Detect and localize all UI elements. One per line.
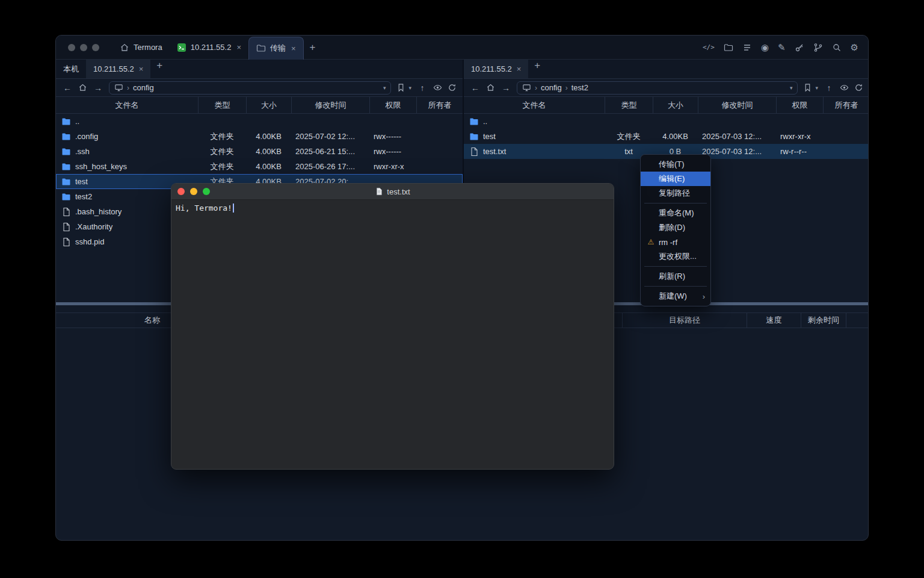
- refresh-icon[interactable]: [854, 83, 863, 92]
- transfer-column-target[interactable]: 目标路径: [622, 313, 747, 328]
- close-icon[interactable]: ×: [291, 44, 296, 53]
- close-icon[interactable]: ×: [236, 43, 241, 52]
- refresh-icon[interactable]: [448, 83, 457, 92]
- editor-titlebar: test.txt: [171, 184, 614, 200]
- menu-item-copy-path[interactable]: 复制路径: [641, 186, 710, 200]
- path-segment[interactable]: config: [133, 83, 154, 92]
- maximize-window-button[interactable]: [92, 44, 99, 51]
- menu-item-new[interactable]: 新建(W) ›: [641, 289, 710, 303]
- table-row[interactable]: .ssh 文件夹4.00KB2025-06-21 15:...rwx------: [56, 144, 463, 159]
- minimize-window-button[interactable]: [190, 188, 197, 195]
- log-icon[interactable]: [742, 43, 752, 52]
- forward-button[interactable]: →: [93, 83, 103, 93]
- path-segment[interactable]: config: [541, 83, 562, 92]
- menu-separator: [644, 266, 707, 267]
- document-icon: [375, 187, 383, 196]
- path-segment[interactable]: test2: [571, 83, 588, 92]
- settings-gear-icon[interactable]: ⚙: [851, 43, 858, 52]
- computer-icon: [114, 83, 123, 92]
- table-row[interactable]: .config 文件夹4.00KB2025-07-02 12:...rwx---…: [56, 129, 463, 144]
- column-header-type[interactable]: 类型: [198, 97, 246, 113]
- forward-button[interactable]: →: [500, 83, 511, 93]
- column-header-type[interactable]: 类型: [605, 97, 653, 113]
- home-button[interactable]: [486, 83, 495, 92]
- show-hidden-eye-icon[interactable]: [840, 83, 849, 92]
- main-tabs: Termora 10.211.55.2 × 传输 × +: [112, 36, 322, 59]
- path-breadcrumb[interactable]: › config › test2 ▾: [517, 81, 798, 95]
- menu-item-rename[interactable]: 重命名(M): [641, 206, 710, 220]
- column-header-modified[interactable]: 修改时间: [291, 97, 369, 113]
- code-snippets-icon[interactable]: </>: [703, 43, 715, 51]
- tab-label: 10.211.55.2: [471, 64, 512, 73]
- folder-icon[interactable]: [724, 43, 733, 52]
- table-row[interactable]: ..: [56, 114, 463, 129]
- bookmark-icon[interactable]: [803, 83, 812, 92]
- column-header-perm[interactable]: 权限: [369, 97, 416, 113]
- editor-content[interactable]: Hi, Termora!: [171, 200, 614, 216]
- transfer-column-remaining[interactable]: 剩余时间: [801, 313, 846, 328]
- menu-item-delete[interactable]: 删除(D): [641, 220, 710, 235]
- tab-remote-host[interactable]: 10.211.55.2 ×: [464, 60, 528, 78]
- new-tab-button[interactable]: +: [304, 42, 322, 54]
- tab-label: 本机: [63, 64, 79, 75]
- folder-icon: [61, 132, 71, 141]
- tab-host-session[interactable]: 10.211.55.2 ×: [170, 36, 248, 59]
- home-button[interactable]: [78, 83, 87, 92]
- file-icon: [61, 222, 71, 232]
- back-button[interactable]: ←: [62, 83, 73, 93]
- edit-icon[interactable]: ✎: [778, 43, 786, 52]
- bookmark-icon[interactable]: [396, 83, 405, 92]
- menu-item-rm-rf[interactable]: ⚠ rm -rf: [641, 235, 710, 249]
- path-breadcrumb[interactable]: › config ▾: [109, 81, 391, 95]
- branch-icon[interactable]: [813, 43, 823, 52]
- close-window-button[interactable]: [68, 44, 75, 51]
- column-header-size[interactable]: 大小: [246, 97, 291, 113]
- table-row[interactable]: test 文件夹4.00KB2025-07-03 12:...rwxr-xr-x: [464, 129, 869, 144]
- keys-icon[interactable]: [795, 43, 804, 52]
- bookmark-dropdown-icon[interactable]: ▾: [815, 85, 818, 91]
- file-name: .Xauthority: [75, 222, 112, 231]
- file-name: test2: [75, 192, 92, 201]
- new-panel-tab-button[interactable]: +: [150, 60, 168, 78]
- home-icon: [120, 43, 129, 52]
- tab-label: 10.211.55.2: [191, 43, 232, 52]
- menu-item-refresh[interactable]: 刷新(R): [641, 269, 710, 284]
- record-icon[interactable]: ◉: [761, 43, 769, 52]
- file-icon: [61, 207, 71, 217]
- show-hidden-eye-icon[interactable]: [433, 83, 442, 92]
- tab-remote-host[interactable]: 10.211.55.2 ×: [86, 60, 150, 78]
- close-icon[interactable]: ×: [517, 64, 522, 73]
- menu-item-edit[interactable]: 编辑(E): [641, 172, 710, 186]
- minimize-window-button[interactable]: [80, 44, 87, 51]
- file-name: ssh_host_keys: [75, 162, 127, 171]
- chevron-down-icon[interactable]: ▾: [383, 85, 386, 91]
- crumb-separator: ›: [565, 84, 568, 92]
- right-table-header: 文件名 类型 大小 修改时间 权限 所有者: [464, 97, 869, 114]
- column-header-owner[interactable]: 所有者: [416, 97, 463, 113]
- close-icon[interactable]: ×: [139, 64, 144, 73]
- column-header-name[interactable]: 文件名: [464, 97, 605, 113]
- menu-item-change-permissions[interactable]: 更改权限...: [641, 249, 710, 264]
- table-row[interactable]: ..: [464, 114, 869, 129]
- transfer-column-speed[interactable]: 速度: [747, 313, 801, 328]
- chevron-down-icon[interactable]: ▾: [790, 85, 793, 91]
- upload-button[interactable]: ↑: [417, 83, 428, 93]
- bookmark-dropdown-icon[interactable]: ▾: [408, 85, 411, 91]
- tab-termora[interactable]: Termora: [112, 36, 170, 59]
- table-row[interactable]: ssh_host_keys 文件夹4.00KB2025-06-26 17:...…: [56, 159, 463, 174]
- column-header-size[interactable]: 大小: [653, 97, 698, 113]
- new-panel-tab-button[interactable]: +: [528, 60, 546, 78]
- column-header-perm[interactable]: 权限: [776, 97, 823, 113]
- tab-transfer[interactable]: 传输 ×: [248, 37, 304, 60]
- column-header-name[interactable]: 文件名: [56, 97, 198, 113]
- column-header-modified[interactable]: 修改时间: [698, 97, 776, 113]
- maximize-window-button[interactable]: [203, 188, 210, 195]
- tab-local[interactable]: 本机: [56, 60, 86, 78]
- column-header-owner[interactable]: 所有者: [823, 97, 869, 113]
- menu-item-transfer[interactable]: 传输(T): [641, 157, 710, 172]
- back-button[interactable]: ←: [470, 83, 481, 93]
- search-icon[interactable]: [832, 43, 842, 52]
- upload-button[interactable]: ↑: [824, 83, 834, 93]
- titlebar-toolbar: </> ◉ ✎ ⚙: [703, 43, 868, 52]
- close-window-button[interactable]: [177, 188, 185, 195]
